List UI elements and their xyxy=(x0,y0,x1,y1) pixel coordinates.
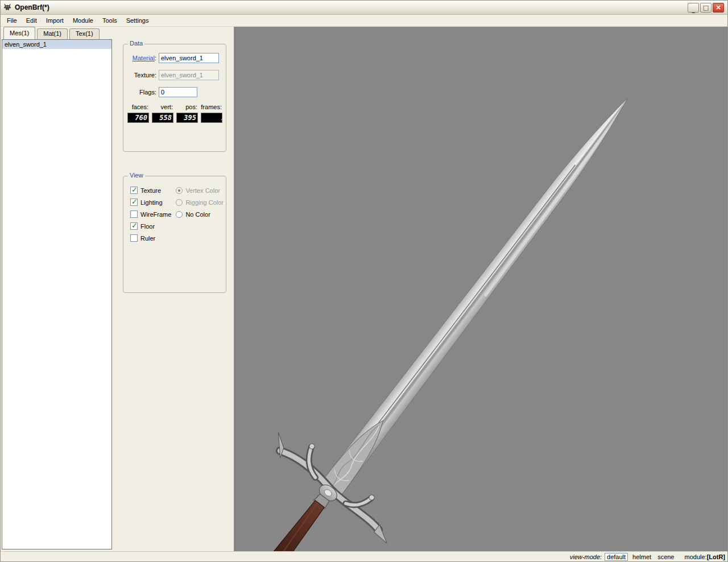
pos-label: pos: xyxy=(176,104,198,110)
texture-label: Texture: xyxy=(123,72,159,78)
lighting-checkbox-box xyxy=(130,199,138,206)
app-icon xyxy=(3,3,12,12)
main-area: Mes(1) Mat(1) Tex(1) elven_sword_1 Data … xyxy=(1,27,727,551)
tab-tex[interactable]: Tex(1) xyxy=(69,28,100,39)
vertex-color-radio-circle xyxy=(176,187,183,194)
rigging-color-radio-label: Rigging Color xyxy=(185,199,224,206)
radio-column: Vertex Color Rigging Color No Color xyxy=(176,187,224,246)
material-row: Material: xyxy=(123,52,221,64)
tabbar: Mes(1) Mat(1) Tex(1) xyxy=(3,27,101,39)
openbrf-window: OpenBrf(*) _ □ × File Edit Import Module… xyxy=(0,0,728,562)
floor-checkbox-label: Floor xyxy=(140,223,155,230)
tab-mat[interactable]: Mat(1) xyxy=(37,28,68,39)
vert-label: vert: xyxy=(152,104,173,110)
faces-value: 760 xyxy=(135,114,147,122)
menu-module[interactable]: Module xyxy=(68,15,98,26)
view-panel-title: View xyxy=(128,172,145,179)
elven-sword-model xyxy=(234,27,727,551)
flags-label: Flags: xyxy=(123,89,159,96)
sword-grip xyxy=(253,492,332,551)
lighting-checkbox[interactable]: Lighting xyxy=(130,199,171,206)
view-mode-label: view-mode: xyxy=(570,553,602,560)
tab-mes[interactable]: Mes(1) xyxy=(3,27,35,39)
window-controls: _ □ × xyxy=(688,3,724,13)
data-panel-title: Data xyxy=(128,40,144,47)
vert-value: 558 xyxy=(159,114,172,122)
menu-file[interactable]: File xyxy=(2,15,22,26)
wireframe-checkbox-label: WireFrame xyxy=(140,211,171,218)
floor-checkbox-box xyxy=(130,222,138,230)
no-color-radio-label: No Color xyxy=(185,211,210,218)
no-color-radio-circle xyxy=(176,211,183,218)
viewport-3d[interactable] xyxy=(234,27,727,551)
view-mode-scene[interactable]: scene xyxy=(656,553,676,560)
data-panel: Data Material: Texture: Flags: faces: ve… xyxy=(123,44,226,152)
minimize-button[interactable]: _ xyxy=(688,3,699,13)
ruler-checkbox[interactable]: Ruler xyxy=(130,234,171,242)
lighting-checkbox-label: Lighting xyxy=(140,199,163,206)
menu-settings[interactable]: Settings xyxy=(122,15,154,26)
material-label: Material: xyxy=(123,55,159,61)
faces-label: faces: xyxy=(127,104,149,110)
texture-checkbox-box xyxy=(130,187,138,194)
texture-input xyxy=(159,70,219,80)
frames-label: frames: xyxy=(201,104,222,110)
module-label: module: xyxy=(684,553,706,560)
wireframe-checkbox[interactable]: WireFrame xyxy=(130,210,171,218)
close-button[interactable]: × xyxy=(713,3,724,13)
material-input[interactable] xyxy=(159,53,219,63)
maximize-icon: □ xyxy=(703,5,709,11)
material-link[interactable]: Material xyxy=(133,55,155,61)
frames-lcd: 1 xyxy=(201,113,222,123)
list-item-elven-sword[interactable]: elven_sword_1 xyxy=(2,40,111,49)
module-indicator: module:[LotR] xyxy=(684,553,725,560)
minimize-icon: _ xyxy=(692,6,695,13)
counters: faces: vert: pos: frames: 760 558 395 1 xyxy=(127,104,226,123)
wireframe-checkbox-box xyxy=(130,210,138,218)
ruler-checkbox-box xyxy=(130,234,138,242)
menu-edit[interactable]: Edit xyxy=(22,15,42,26)
rigging-color-radio-circle xyxy=(176,199,183,206)
flags-row: Flags: xyxy=(123,86,221,98)
menubar: File Edit Import Module Tools Settings xyxy=(1,15,727,27)
menu-import[interactable]: Import xyxy=(42,15,68,26)
no-color-radio[interactable]: No Color xyxy=(176,210,224,218)
faces-lcd: 760 xyxy=(127,113,149,123)
vertex-color-radio-label: Vertex Color xyxy=(185,187,220,194)
close-icon: × xyxy=(715,4,721,11)
texture-checkbox-label: Texture xyxy=(140,187,161,194)
pos-value: 395 xyxy=(184,114,196,122)
view-mode-default[interactable]: default xyxy=(605,553,628,561)
view-panel: View Texture Lighting WireFrame xyxy=(123,176,226,293)
mesh-list[interactable]: elven_sword_1 xyxy=(2,39,112,549)
data-form: Material: Texture: Flags: faces: vert: p… xyxy=(123,44,226,123)
vertex-color-radio: Vertex Color xyxy=(176,187,224,194)
frames-value: 1 xyxy=(221,114,222,122)
view-mode-helmet[interactable]: helmet xyxy=(631,553,653,560)
statusbar: view-mode: default helmet scene module:[… xyxy=(1,551,727,561)
flags-input[interactable] xyxy=(159,87,197,97)
titlebar[interactable]: OpenBrf(*) _ □ × xyxy=(1,1,727,15)
texture-checkbox[interactable]: Texture xyxy=(130,187,171,194)
floor-checkbox[interactable]: Floor xyxy=(130,222,171,230)
menu-tools[interactable]: Tools xyxy=(98,15,122,26)
texture-row: Texture: xyxy=(123,69,221,81)
material-colon: : xyxy=(155,55,156,61)
view-options: Texture Lighting WireFrame Floor xyxy=(130,187,226,246)
ruler-checkbox-label: Ruler xyxy=(140,235,155,242)
maximize-button[interactable]: □ xyxy=(700,3,712,13)
window-title: OpenBrf(*) xyxy=(15,3,688,11)
pos-lcd: 395 xyxy=(176,113,198,123)
checkbox-column: Texture Lighting WireFrame Floor xyxy=(130,187,171,246)
vert-lcd: 558 xyxy=(152,113,173,123)
rigging-color-radio: Rigging Color xyxy=(176,199,224,206)
module-value: [LotR] xyxy=(707,553,725,560)
